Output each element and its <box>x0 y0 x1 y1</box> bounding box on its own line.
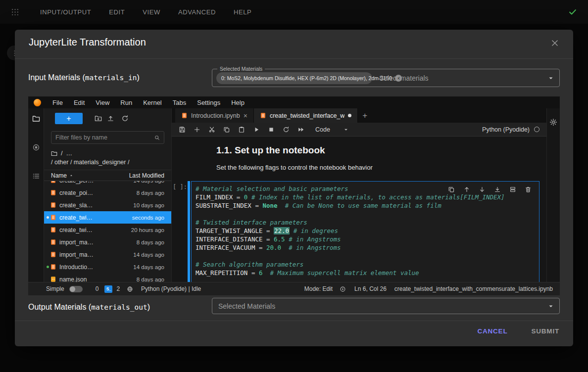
file-row-create-per[interactable]: create_per…14 days ago <box>44 181 171 186</box>
settings-gear-icon[interactable] <box>549 118 557 126</box>
toggle-knob <box>70 286 75 292</box>
duplicate-icon[interactable] <box>448 186 455 193</box>
simple-mode-toggle[interactable] <box>69 286 83 292</box>
stop-icon[interactable] <box>268 126 275 133</box>
accessibility-icon[interactable] <box>340 286 346 292</box>
running-sessions-tab-icon[interactable] <box>32 143 40 151</box>
move-down-icon[interactable] <box>479 186 486 193</box>
breadcrumb-ellipsis[interactable]: … <box>66 150 72 157</box>
notebook-icon <box>50 202 56 208</box>
app-menu-help[interactable]: HELP <box>234 8 251 16</box>
file-row-import-ma[interactable]: import_ma…8 days ago <box>44 236 171 248</box>
notebook-panel: Introduction.ipynb×create_twisted_interf… <box>172 108 546 282</box>
jupyter-left-sidebar <box>28 108 44 282</box>
dropdown-caret-icon[interactable] <box>547 75 554 82</box>
output-materials-select[interactable]: Selected Materials <box>212 298 560 314</box>
code-editor[interactable]: # Material selection and basic parameter… <box>191 181 539 282</box>
cell-type-dropdown[interactable]: Code <box>315 126 349 133</box>
notebook-icon <box>181 112 188 119</box>
file-row-create-twi[interactable]: create_twi…20 hours ago <box>44 224 171 236</box>
file-row-create-twi[interactable]: create_twi…seconds ago <box>44 211 171 224</box>
field-label: Selected Materials <box>217 66 265 72</box>
column-name-label: Name <box>51 172 67 179</box>
copy-icon[interactable] <box>223 126 230 133</box>
file-row-create-sla[interactable]: create_sla…10 days ago <box>44 199 171 211</box>
markdown-paragraph[interactable]: Set the following flags to control the n… <box>216 164 373 171</box>
file-row-name-json[interactable]: name.json8 days ago <box>44 273 171 282</box>
file-filter-input[interactable] <box>51 134 154 141</box>
file-row-import-ma[interactable]: import_ma…14 days ago <box>44 248 171 261</box>
delete-icon[interactable] <box>525 186 532 193</box>
cell-collapser[interactable] <box>188 181 190 282</box>
tab-close-icon[interactable]: × <box>244 112 247 119</box>
refresh-icon[interactable] <box>121 115 129 122</box>
code-cell[interactable]: [ ]: # Material selection and basic para… <box>172 181 539 282</box>
file-browser-tab-icon[interactable] <box>32 115 40 123</box>
output-dropdown-caret-icon[interactable] <box>547 303 554 310</box>
fast-forward-icon[interactable] <box>297 126 304 133</box>
save-icon[interactable] <box>179 126 186 133</box>
file-name: import_ma… <box>59 251 117 258</box>
run-icon[interactable] <box>253 126 260 133</box>
insert-above-icon[interactable] <box>494 186 501 193</box>
jupyter-menu-tabs[interactable]: Tabs <box>167 99 192 106</box>
kernel-status[interactable]: Python (Pyodide) | Idle <box>141 285 201 292</box>
material-chip-label: 0: MoS2, Molybdenum Disulfide, HEX (P-6m… <box>221 75 392 81</box>
active-filename: create_twisted_interface_with_commensura… <box>394 285 553 292</box>
jupyter-menu-settings[interactable]: Settings <box>192 99 226 106</box>
new-folder-icon[interactable] <box>95 115 102 122</box>
app-menu-advanced[interactable]: ADVANCED <box>178 8 216 16</box>
add-icon[interactable] <box>194 126 200 133</box>
file-row-introductio[interactable]: Introductio…14 days ago <box>44 261 171 273</box>
app-menu-edit[interactable]: EDIT <box>109 8 125 16</box>
file-row-create-poi[interactable]: create_poi…8 days ago <box>44 186 171 199</box>
jupyter-menu-help[interactable]: Help <box>226 99 250 106</box>
insert-below-icon[interactable] <box>509 186 516 193</box>
column-last-modified[interactable]: Last Modified <box>115 172 164 179</box>
file-name: create_twi… <box>59 227 117 233</box>
close-icon[interactable] <box>550 39 559 47</box>
tab-create-twisted-interface-w[interactable]: create_twisted_interface_w <box>254 108 358 123</box>
jupyter-menu-view[interactable]: View <box>90 99 115 106</box>
kernel-name: Python (Pyodide) <box>482 126 530 133</box>
table-of-contents-tab-icon[interactable] <box>32 172 40 180</box>
file-filter <box>51 131 164 144</box>
upload-icon[interactable] <box>107 115 114 122</box>
column-name[interactable]: Name <box>51 172 115 179</box>
cell-type-value: Code <box>315 126 330 133</box>
cancel-button[interactable]: CANCEL <box>476 326 508 337</box>
jupyter-menu-kernel[interactable]: Kernel <box>138 99 167 106</box>
paste-icon[interactable] <box>238 126 245 133</box>
jupyter-menu-run[interactable]: Run <box>115 99 138 106</box>
cut-icon[interactable] <box>208 126 215 133</box>
jupyterlite-logo-icon <box>34 99 41 106</box>
breadcrumb-path[interactable]: / other / materials_designer / <box>51 159 129 166</box>
add-tab-button[interactable]: + <box>362 111 367 121</box>
code-line: TARGET_TWIST_ANGLE = 22.0 # in degrees <box>196 227 535 235</box>
select-materials-placeholder: Select materials <box>379 74 429 82</box>
home-folder-icon[interactable] <box>51 150 57 157</box>
app-menu-input-output[interactable]: INPUT/OUTPUT <box>40 8 91 16</box>
move-up-icon[interactable] <box>463 186 470 193</box>
input-materials-select[interactable]: Selected Materials 0: MoS2, Molybdenum D… <box>212 69 560 87</box>
kernel-indicator[interactable]: Python (Pyodide) <box>482 126 539 133</box>
globe-icon[interactable] <box>127 286 133 292</box>
material-chip[interactable]: 0: MoS2, Molybdenum Disulfide, HEX (P-6m… <box>216 72 372 84</box>
jupyter-menu-edit[interactable]: Edit <box>68 99 90 106</box>
submit-button[interactable]: SUBMIT <box>530 326 560 337</box>
cursor-position[interactable]: Ln 6, Col 26 <box>354 285 387 292</box>
cell-prompt: [ ]: <box>173 181 187 282</box>
jupyter-menu-file[interactable]: File <box>47 99 68 106</box>
code-line <box>196 252 535 260</box>
file-modified: 10 days ago <box>117 202 164 208</box>
markdown-heading[interactable]: 1.1. Set up the notebook <box>216 145 325 156</box>
search-icon <box>154 135 160 141</box>
app-menu-view[interactable]: VIEW <box>143 8 160 16</box>
app-launcher-icon[interactable] <box>11 8 19 16</box>
breadcrumb-root[interactable]: / <box>61 150 62 157</box>
new-launcher-button[interactable]: + <box>55 113 83 124</box>
confirm-check-icon[interactable] <box>568 7 577 16</box>
restart-icon[interactable] <box>283 126 290 133</box>
tab-bar: Introduction.ipynb×create_twisted_interf… <box>172 108 546 123</box>
tab-introduction-ipynb[interactable]: Introduction.ipynb× <box>175 108 254 123</box>
